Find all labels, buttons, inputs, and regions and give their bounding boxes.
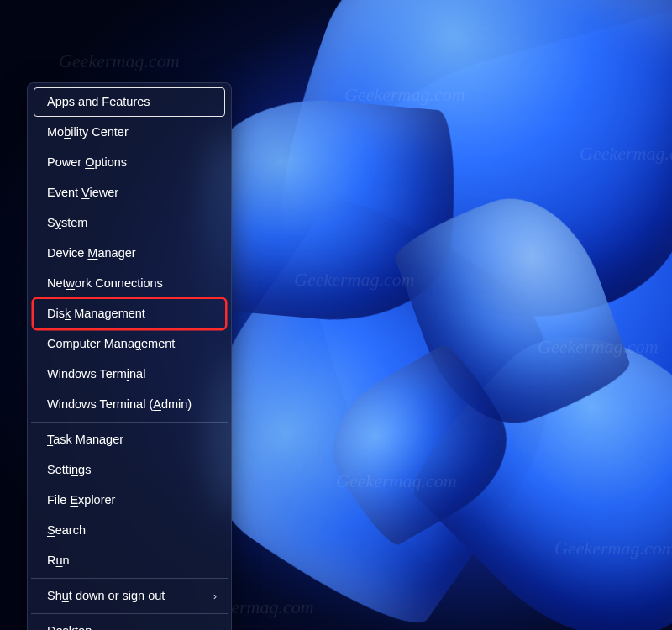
menu-item-file-explorer[interactable]: File Explorer	[34, 486, 225, 515]
menu-item-windows-terminal-admin[interactable]: Windows Terminal (Admin)	[34, 390, 225, 419]
menu-item-label: Desktop	[47, 624, 92, 630]
menu-item-task-manager[interactable]: Task Manager	[34, 425, 225, 454]
menu-item-disk-management[interactable]: Disk Management	[34, 299, 225, 328]
winx-power-menu[interactable]: Apps and FeaturesMobility CenterPower Op…	[27, 82, 232, 630]
chevron-right-icon: ›	[213, 588, 217, 604]
menu-item-label: Task Manager	[47, 433, 123, 446]
menu-item-label: Power Options	[47, 155, 127, 169]
menu-item-windows-terminal[interactable]: Windows Terminal	[34, 360, 225, 389]
menu-item-settings[interactable]: Settings	[34, 455, 225, 485]
menu-item-label: File Explorer	[47, 493, 115, 507]
menu-item-search[interactable]: Search	[34, 516, 225, 545]
menu-item-network-connections[interactable]: Network Connections	[34, 269, 225, 298]
menu-item-label: Device Manager	[47, 246, 136, 260]
menu-separator	[31, 613, 228, 614]
menu-item-run[interactable]: Run	[34, 546, 225, 575]
menu-item-label: Search	[47, 523, 86, 537]
menu-item-label: System	[47, 216, 87, 229]
menu-item-device-manager[interactable]: Device Manager	[34, 239, 225, 268]
menu-separator	[31, 578, 228, 579]
menu-item-shut-down[interactable]: Shut down or sign out›	[34, 581, 225, 611]
menu-separator	[31, 422, 228, 423]
menu-item-label: Run	[47, 554, 70, 567]
menu-item-label: Disk Management	[47, 307, 145, 320]
menu-item-power-options[interactable]: Power Options	[34, 148, 225, 177]
menu-item-label: Settings	[47, 463, 91, 476]
menu-item-system[interactable]: System	[34, 208, 225, 238]
menu-item-computer-management[interactable]: Computer Management	[34, 329, 225, 359]
menu-item-label: Apps and Features	[47, 95, 150, 108]
menu-item-label: Windows Terminal (Admin)	[47, 397, 192, 411]
menu-item-label: Mobility Center	[47, 125, 129, 139]
menu-item-label: Computer Management	[47, 337, 175, 350]
menu-item-mobility-center[interactable]: Mobility Center	[34, 118, 225, 147]
menu-item-label: Shut down or sign out	[47, 589, 165, 602]
menu-item-apps-features[interactable]: Apps and Features	[34, 87, 225, 117]
menu-item-label: Event Viewer	[47, 186, 118, 199]
menu-item-label: Network Connections	[47, 276, 163, 290]
menu-item-desktop[interactable]: Desktop	[34, 617, 225, 630]
menu-item-event-viewer[interactable]: Event Viewer	[34, 178, 225, 207]
menu-item-label: Windows Terminal	[47, 367, 145, 381]
